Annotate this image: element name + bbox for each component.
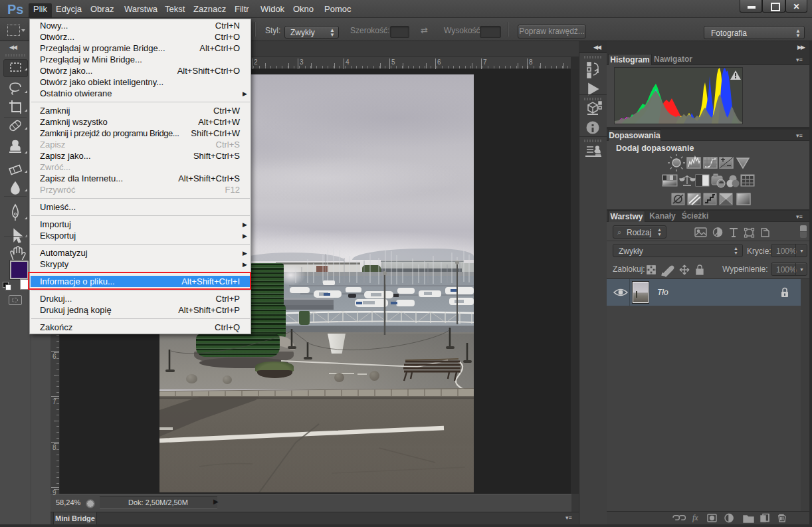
svg-text:fx: fx <box>692 513 698 522</box>
